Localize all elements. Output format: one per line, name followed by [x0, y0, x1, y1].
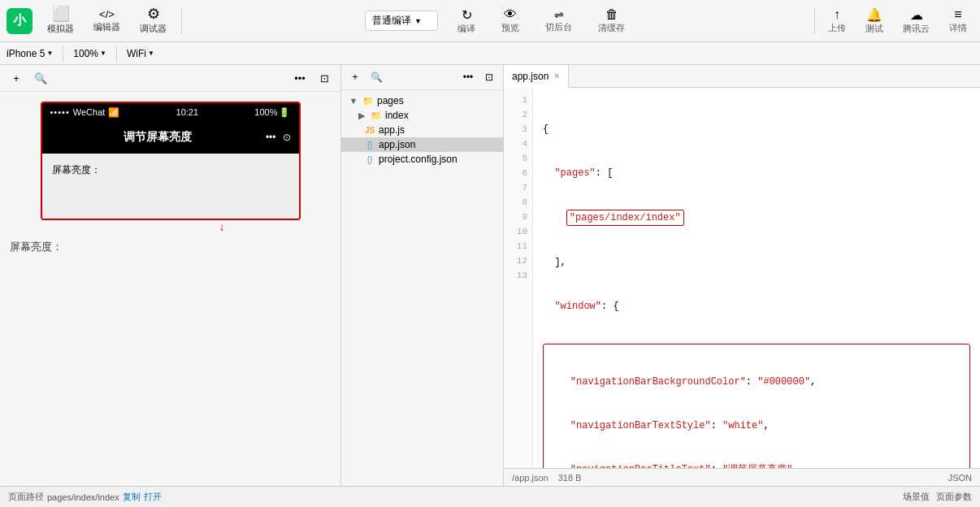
tree-item-appjson-label: app.json	[379, 139, 415, 150]
line-num-9: 9	[504, 210, 532, 224]
tencent-cloud-button[interactable]: ☁ 腾讯云	[896, 6, 936, 37]
bottom-right: 场景值 页面参数	[903, 491, 972, 503]
phone-statusbar: ••••• WeChat 📶 10:21 100% 🔋	[42, 103, 299, 121]
switch-bg-button[interactable]: ⇌ 切后台	[539, 6, 579, 35]
main-toolbar: 小 ⬜ 模拟器 </> 编辑器 ⚙ 调试器 普通编译 ▼ ↻ 编译 👁 预览 ⇌…	[0, 0, 980, 42]
brightness-page-label: 屏幕亮度：	[10, 240, 63, 254]
simulator-label: 模拟器	[47, 23, 74, 35]
file-size-label: 318 B	[558, 473, 582, 483]
editor-tabs: app.json ✕	[504, 65, 980, 88]
arrow-index-icon: ▶	[356, 110, 367, 121]
copy-link[interactable]: 复制	[123, 491, 141, 503]
code-area[interactable]: { "pages": [ "pages/index/index" ], "win…	[533, 88, 980, 468]
file-panel: + 🔍 ••• ⊡ ▼ 📁 pages ▶ 📁 index JS app.js	[341, 65, 504, 486]
new-file-button[interactable]: +	[346, 68, 364, 86]
layout-sim-button[interactable]: ⊡	[314, 68, 334, 88]
compile-action-label: 编译	[457, 23, 475, 35]
test-button[interactable]: 🔔 测试	[859, 6, 890, 37]
preview-label: 预览	[501, 22, 519, 34]
phone-mockup: ••••• WeChat 📶 10:21 100% 🔋 调节屏幕亮度 •••	[41, 102, 301, 220]
cloud-label: 腾讯云	[903, 23, 930, 35]
compile-button[interactable]: ↻ 编译	[451, 6, 482, 37]
more-file-button[interactable]: •••	[459, 68, 477, 86]
add-file-button[interactable]: +	[7, 68, 26, 88]
file-type-label: JSON	[948, 473, 972, 483]
separator-2	[814, 8, 815, 34]
tree-item-appjs-label: app.js	[379, 124, 405, 136]
tree-item-pages[interactable]: ▼ 📁 pages	[341, 93, 503, 108]
code-line-8: "navigationBarTitleText": "调节屏幕亮度",	[547, 462, 966, 468]
switch-bg-label: 切后台	[545, 21, 572, 33]
chevron-down-icon: ▼	[414, 17, 422, 25]
debugger-label: 调试器	[140, 23, 167, 35]
bottom-left: 页面路径 pages/index/index 复制 打开	[8, 491, 162, 503]
network-selector[interactable]: WiFi ▼	[127, 48, 154, 59]
search-file-button[interactable]: 🔍	[367, 68, 385, 86]
page-path-value: pages/index/index	[47, 492, 119, 502]
upload-button[interactable]: ↑ 上传	[822, 6, 852, 36]
json2-icon: {}	[364, 155, 375, 164]
details-label: 详情	[949, 22, 967, 34]
code-line-7: "navigationBarTextStyle": "white",	[547, 418, 966, 433]
code-line-2: "pages": [	[543, 166, 970, 180]
compile-select[interactable]: 普通编译 ▼	[365, 11, 438, 31]
editor-panel: app.json ✕ 1 2 3 4 5 6 7 8 9 10 11 12 13	[504, 65, 980, 486]
tree-item-appjson[interactable]: {} app.json	[341, 137, 503, 152]
chevron-device-icon: ▼	[46, 50, 53, 57]
more-sim-button[interactable]: •••	[290, 68, 310, 88]
line-num-4: 4	[504, 136, 532, 151]
code-line-5: "window": {	[543, 299, 970, 314]
tree-item-index[interactable]: ▶ 📁 index	[341, 108, 503, 123]
tree-item-projectjson[interactable]: {} project.config.json	[341, 152, 503, 167]
line-num-11: 11	[504, 239, 532, 254]
navbar-circle-icon: ⊙	[283, 132, 291, 143]
tab-appjson-label: app.json	[512, 71, 549, 82]
clear-cache-icon: 🗑	[605, 7, 618, 22]
details-icon: ≡	[954, 7, 961, 22]
line-num-1: 1	[504, 93, 532, 107]
sim-content: ••••• WeChat 📶 10:21 100% 🔋 调节屏幕亮度 •••	[0, 92, 340, 486]
tab-appjson[interactable]: app.json ✕	[504, 65, 569, 88]
code-line-4: ],	[543, 255, 970, 270]
device-selector[interactable]: iPhone 5 ▼	[7, 48, 53, 59]
line-numbers: 1 2 3 4 5 6 7 8 9 10 11 12 13	[504, 88, 533, 468]
preview-button[interactable]: 👁 预览	[495, 6, 526, 36]
chevron-network-icon: ▼	[148, 50, 154, 57]
bottom-bar: 页面路径 pages/index/index 复制 打开 场景值 页面参数	[0, 486, 980, 507]
statusbar-left: /app.json 318 B	[512, 473, 581, 483]
test-label: 测试	[865, 23, 883, 35]
js-icon: JS	[364, 126, 375, 135]
simulator-button[interactable]: ⬜ 模拟器	[39, 3, 82, 38]
line-num-3: 3	[504, 122, 532, 136]
details-button[interactable]: ≡ 详情	[943, 6, 973, 36]
tree-item-pages-label: pages	[377, 95, 404, 106]
expand-file-button[interactable]: ⊡	[480, 68, 498, 86]
navbar-more-icon: •••	[266, 132, 276, 143]
second-bar: iPhone 5 ▼ 100% ▼ WiFi ▼	[0, 42, 980, 65]
open-link[interactable]: 打开	[144, 491, 162, 503]
file-path-label: /app.json	[512, 473, 549, 483]
line-num-12: 12	[504, 254, 532, 268]
code-line-1: {	[543, 122, 970, 136]
search-sim-button[interactable]: 🔍	[31, 68, 50, 88]
sep-zoom	[116, 46, 117, 61]
tree-item-appjs[interactable]: JS app.js	[341, 123, 503, 137]
tab-close-button[interactable]: ✕	[553, 72, 560, 80]
zoom-selector[interactable]: 100% ▼	[73, 48, 106, 59]
carrier-label: WeChat	[73, 107, 106, 117]
toolbar-right: ↑ 上传 🔔 测试 ☁ 腾讯云 ≡ 详情	[822, 6, 973, 37]
clear-cache-label: 清缓存	[598, 22, 625, 34]
battery-pct: 100%	[254, 107, 277, 117]
sim-toolbar: + 🔍 ••• ⊡	[0, 65, 340, 92]
debugger-button[interactable]: ⚙ 调试器	[132, 3, 175, 38]
phone-body: 屏幕亮度：	[42, 154, 299, 219]
preview-icon: 👁	[504, 7, 517, 22]
navbar-icons: ••• ⊙	[266, 132, 291, 143]
editor-content[interactable]: 1 2 3 4 5 6 7 8 9 10 11 12 13 { "pages":…	[504, 88, 980, 468]
annotation-arrow: ↓	[41, 220, 301, 236]
clear-cache-button[interactable]: 🗑 清缓存	[592, 6, 631, 36]
line-num-6: 6	[504, 166, 532, 180]
editor-button[interactable]: </> 编辑器	[85, 6, 128, 37]
compile-icon: ↻	[462, 7, 472, 23]
toolbar-center: 普通编译 ▼ ↻ 编译 👁 预览 ⇌ 切后台 🗑 清缓存	[189, 6, 808, 37]
